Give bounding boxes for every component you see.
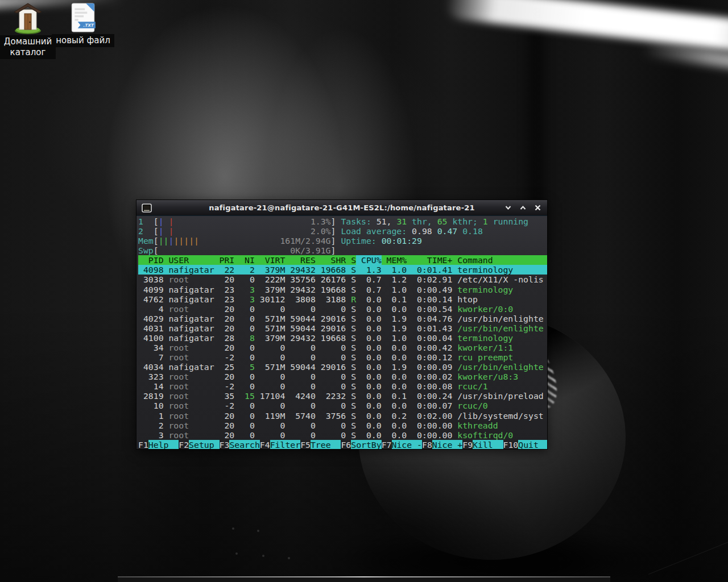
cpu1-meter: 1 [| |1.3%] Tasks: 51, 31 thr, 65 kthr; …: [138, 217, 547, 226]
function-key-bar: F1Help F2Setup F3SearchF4FilterF5Tree F6…: [138, 440, 547, 449]
swp-meter: Swp[0K/3.91G]: [138, 246, 547, 255]
process-row[interactable]: 2 root 20 0 0 0 0 S 0.0 0.0 0:00.00 kthr…: [138, 421, 547, 430]
process-row[interactable]: 4031 nafigatar 20 0 571M 59044 29016 S 0…: [138, 323, 547, 333]
process-row[interactable]: 1 root 20 0 119M 5740 3756 S 0.0 0.2 0:0…: [138, 411, 547, 421]
icon-label-line: Домашний: [4, 36, 52, 47]
fkey-nice-[interactable]: F8Nice +: [422, 440, 462, 449]
desktop: Домашний каталог .TXT новый файл: [0, 0, 728, 582]
process-row[interactable]: 2819 root 35 15 17104 4240 2232 S 0.0 0.…: [138, 391, 547, 401]
process-row[interactable]: 4762 nafigatar 23 3 30112 3808 3188 R 0.…: [138, 294, 547, 304]
process-row[interactable]: 3038 root 20 0 222M 35756 26176 S 0.7 1.…: [138, 275, 547, 284]
desktop-icon-home[interactable]: Домашний каталог: [1, 2, 55, 59]
process-row[interactable]: 3 root 20 0 0 0 0 S 0.0 0.0 0:00.00 ksof…: [138, 430, 547, 440]
text-file-icon: .TXT: [69, 2, 97, 33]
home-icon: [12, 2, 44, 34]
maximize-button[interactable]: [518, 204, 528, 211]
floor-dot: [262, 555, 264, 557]
icon-label-line: новый файл: [56, 35, 110, 46]
process-row[interactable]: 4 root 20 0 0 0 0 S 0.0 0.0 0:00.54 kwor…: [138, 304, 547, 314]
process-row[interactable]: 4029 nafigatar 20 0 571M 59044 29016 S 0…: [138, 314, 547, 323]
fkey-sortby[interactable]: F6SortBy: [341, 440, 381, 449]
process-row[interactable]: 323 root 20 0 0 0 0 S 0.0 0.0 0:00.02 kw…: [138, 372, 547, 381]
txt-badge: .TXT: [83, 23, 94, 28]
htop-terminal[interactable]: 1 [| |1.3%] Tasks: 51, 31 thr, 65 kthr; …: [136, 216, 547, 449]
icon-label: новый файл: [52, 34, 114, 47]
process-row[interactable]: 4100 nafigatar 28 8 379M 29432 19668 S 0…: [138, 333, 547, 343]
close-icon: [535, 205, 541, 211]
icon-label-line: каталог: [4, 47, 52, 58]
floor-dot: [257, 530, 259, 532]
fkey-tree[interactable]: F5Tree: [300, 440, 341, 449]
fkey-filter[interactable]: F4Filter: [260, 440, 300, 449]
process-row[interactable]: 10 root -2 0 0 0 0 S 0.0 0.0 0:00.07 rcu…: [138, 401, 547, 410]
shelf-edge: [118, 576, 610, 577]
window-controls: [503, 200, 543, 215]
chevron-up-icon: [520, 205, 526, 210]
terminal-window: nafigatare-21@nafigatare-21-G41M-ES2L:/h…: [136, 200, 547, 449]
fkey-help[interactable]: F1Help: [138, 440, 179, 449]
fkey-search[interactable]: F3Search: [220, 440, 260, 449]
cpu2-meter: 2 [| |2.0%] Load average: 0.98 0.47 0.18: [138, 226, 547, 236]
desktop-icon-new-file[interactable]: .TXT новый файл: [56, 2, 110, 47]
process-row[interactable]: 7 root -2 0 0 0 0 S 0.0 0.0 0:00.12 rcu_…: [138, 352, 547, 362]
mem-meter: Mem[||||||||161M/2.94G] Uptime: 00:01:29: [138, 236, 547, 246]
fkey-quit[interactable]: F10Quit: [503, 440, 547, 449]
fkey-nice-[interactable]: F7Nice -: [382, 440, 422, 449]
process-row[interactable]: 14 root -2 0 0 0 0 S 0.0 0.0 0:00.08 rcu…: [138, 381, 547, 391]
icon-label: Домашний каталог: [0, 35, 56, 59]
shelf[interactable]: [118, 576, 610, 582]
floor-dot: [235, 552, 238, 555]
process-row[interactable]: 4034 nafigatar 25 5 571M 59044 29016 S 0…: [138, 362, 547, 372]
fkey-setup[interactable]: F2Setup: [179, 440, 219, 449]
process-row[interactable]: 4099 nafigatar 23 3 379M 29432 19668 S 0…: [138, 285, 547, 294]
titlebar[interactable]: nafigatare-21@nafigatare-21-G41M-ES2L:/h…: [136, 200, 547, 216]
floor-dot: [288, 557, 290, 559]
floor-dot: [232, 527, 234, 530]
table-header[interactable]: PID USER PRI NI VIRT RES SHR S CPU% MEM%…: [138, 255, 547, 265]
fkey-kill[interactable]: F9Kill: [462, 440, 503, 449]
process-row[interactable]: 4098 nafigatar 22 2 379M 29432 19668 S 1…: [138, 265, 547, 275]
window-title: nafigatare-21@nafigatare-21-G41M-ES2L:/h…: [136, 203, 547, 212]
terminal-icon: [142, 203, 152, 213]
process-row[interactable]: 34 root 20 0 0 0 0 S 0.0 0.0 0:00.42 kwo…: [138, 343, 547, 352]
shade-button[interactable]: [503, 204, 513, 211]
close-button[interactable]: [533, 203, 543, 212]
chevron-down-icon: [505, 205, 511, 210]
